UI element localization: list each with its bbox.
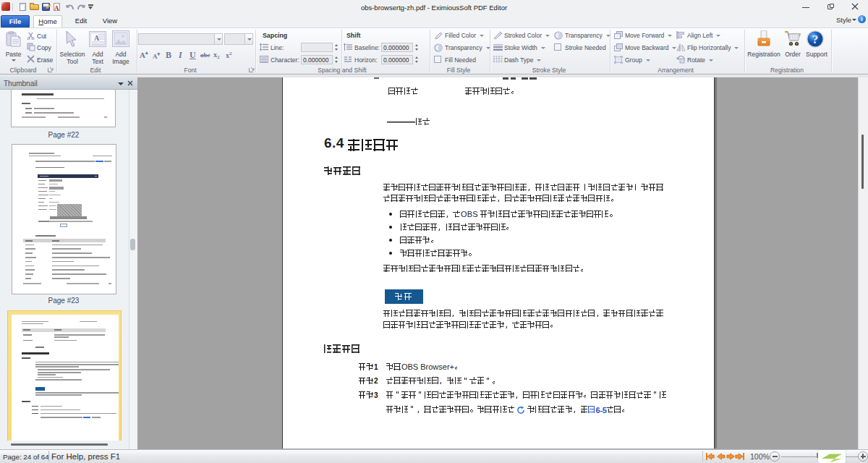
svg-text:A: A (94, 34, 100, 42)
svg-text:?: ? (812, 33, 819, 46)
